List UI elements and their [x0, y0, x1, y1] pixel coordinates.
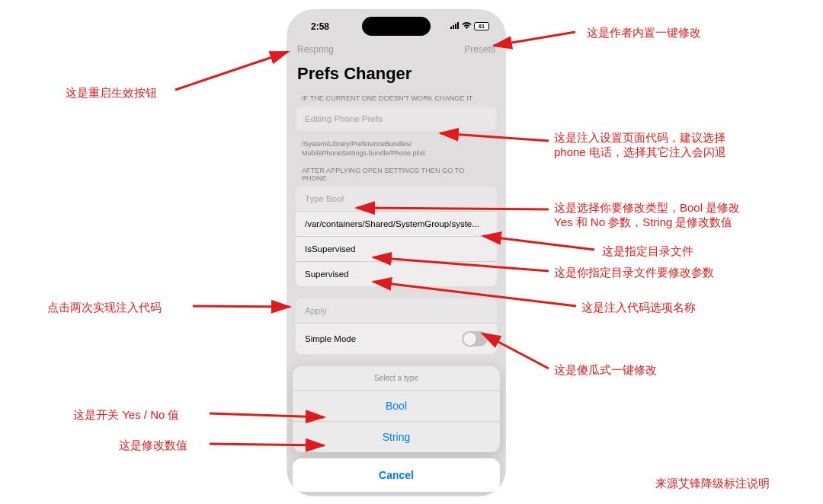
annot-typebool: 这是选择你要修改类型，Bool 是修改 Yes 和 No 参数，String 是… [554, 201, 740, 230]
editing-prefs-input[interactable]: Editing Phone Prefs [296, 107, 497, 131]
battery-icon: 81 [474, 22, 489, 30]
annot-presets: 这是作者内置一键修改 [587, 26, 701, 40]
action-sheet: Select a type Bool String Cancel [293, 366, 500, 492]
status-time: 2:58 [311, 21, 329, 32]
section-label-1: IF THE CURRENT ONE DOESN'T WORK CHANGE I… [287, 91, 506, 105]
section-label-2: AFTER APPLYING OPEN SETTINGS THEN GO TO … [287, 164, 506, 185]
svg-line-4 [175, 52, 288, 90]
annot-container: 这是指定目录文件 [602, 244, 693, 259]
status-bar: 2:58 81 [287, 9, 506, 43]
sheet-cancel-button[interactable]: Cancel [293, 458, 500, 492]
container-path-cell[interactable]: /var/containers/Shared/SystemGroup/syste… [296, 212, 497, 237]
respring-button[interactable]: Respring [297, 44, 334, 55]
is-supervised-cell[interactable]: IsSupervised [296, 237, 497, 262]
wifi-icon [462, 21, 472, 30]
page-title: Prefs Changer [287, 59, 506, 91]
sheet-title: Select a type [293, 366, 500, 391]
simple-mode-row: Simple Mode [296, 324, 497, 354]
annot-supervised: 这是注入代码选项名称 [581, 301, 696, 315]
simple-mode-toggle[interactable] [462, 331, 488, 346]
simple-mode-label: Simple Mode [305, 334, 356, 343]
svg-line-5 [193, 306, 290, 307]
type-bool-cell[interactable]: Type Bool [296, 187, 497, 212]
apply-button[interactable]: Apply [296, 298, 497, 324]
annot-apply: 点击两次实现注入代码 [47, 301, 162, 315]
dynamic-island [362, 17, 431, 36]
annot-respring: 这是重启生效按钮 [66, 86, 157, 100]
annot-editing: 这是注入设置页面代码，建议选择 phone 电话，选择其它注入会闪退 [554, 131, 726, 160]
annot-bool: 这是开关 Yes / No 值 [73, 408, 179, 423]
annot-source: 来源艾锋降级标注说明 [655, 477, 770, 491]
svg-line-8 [494, 32, 575, 46]
phone-mockup: 2:58 81 Respring Presets Prefs Changer I… [287, 9, 506, 496]
svg-rect-3 [457, 22, 459, 29]
annot-simple: 这是傻瓜式一键修改 [554, 363, 657, 378]
svg-rect-0 [450, 27, 452, 29]
presets-button[interactable]: Presets [464, 44, 495, 55]
svg-rect-1 [453, 25, 454, 29]
status-icons: 81 [450, 21, 489, 30]
plist-path-text: /System/Library/PreferenceBundles/ Mobil… [287, 139, 506, 164]
sheet-option-string[interactable]: String [293, 422, 500, 452]
signal-icon [450, 21, 460, 30]
annot-issupervised: 这是你指定目录文件要修改参数 [554, 266, 714, 280]
annot-string: 这是修改数值 [119, 439, 187, 453]
sheet-option-bool[interactable]: Bool [293, 391, 500, 422]
svg-rect-2 [455, 24, 456, 29]
supervised-cell[interactable]: Supervised [296, 262, 497, 286]
